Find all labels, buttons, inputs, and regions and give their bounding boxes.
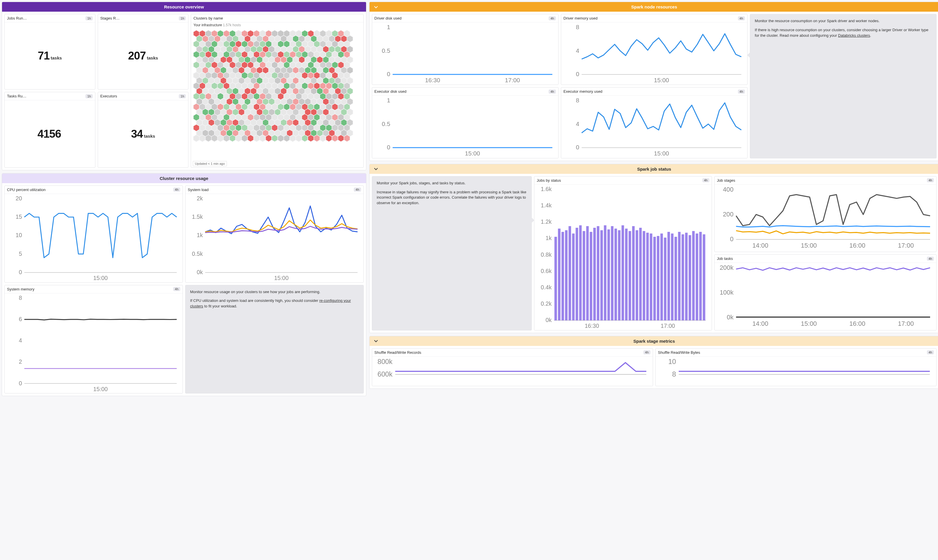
timerange-pill[interactable]: 4h xyxy=(927,178,934,182)
svg-text:0.6k: 0.6k xyxy=(541,268,552,274)
svg-rect-615 xyxy=(607,229,610,320)
timerange-pill[interactable]: 4h xyxy=(738,89,745,94)
timerange-pill[interactable]: 1h xyxy=(85,16,92,20)
timerange-pill[interactable]: 4h xyxy=(927,257,934,261)
tasks-running-tile[interactable]: Tasks Ru…1h 4156 xyxy=(5,92,95,168)
svg-text:16:00: 16:00 xyxy=(849,320,866,328)
svg-text:15:00: 15:00 xyxy=(654,77,669,83)
cpu-utilization-tile[interactable]: CPU percent utilization4h 0510152015:00 xyxy=(5,186,183,283)
svg-text:0: 0 xyxy=(18,380,22,386)
svg-text:100k: 100k xyxy=(720,289,733,296)
svg-text:1.5k: 1.5k xyxy=(192,214,203,220)
timerange-pill[interactable]: 4h xyxy=(549,16,556,20)
svg-rect-642 xyxy=(703,234,706,320)
svg-text:17:00: 17:00 xyxy=(898,242,914,249)
svg-rect-622 xyxy=(632,226,635,320)
metric-unit: tasks xyxy=(144,134,155,138)
driver-memory-tile[interactable]: Driver memory used4h 04815:00 xyxy=(561,14,747,85)
executors-tile[interactable]: Executors1h 34tasks xyxy=(98,92,189,168)
svg-marker-526 xyxy=(229,135,235,142)
svg-text:4: 4 xyxy=(18,337,22,343)
timerange-pill[interactable]: 4h xyxy=(549,89,556,94)
svg-rect-628 xyxy=(654,237,656,320)
svg-text:8: 8 xyxy=(18,295,22,301)
svg-text:2k: 2k xyxy=(197,195,203,202)
driver-disk-tile[interactable]: Driver disk used4h 00.5116:3017:00 xyxy=(372,14,558,85)
hexmap[interactable]: Updated < 1 min ago xyxy=(191,28,363,168)
jobs-running-tile[interactable]: Jobs Run…1h 71tasks xyxy=(5,14,95,89)
svg-rect-635 xyxy=(678,232,681,320)
executor-memory-tile[interactable]: Executor memory used4h 04815:00 xyxy=(561,87,747,158)
tile-title: Jobs Run… xyxy=(7,16,27,20)
svg-rect-601 xyxy=(558,228,561,320)
svg-text:15:00: 15:00 xyxy=(801,320,817,328)
svg-text:15:00: 15:00 xyxy=(801,242,817,249)
timerange-pill[interactable]: 4h xyxy=(354,188,361,192)
svg-text:0: 0 xyxy=(18,269,22,275)
shuffle-records-tile[interactable]: Shuffle Read/Write Records4h 600k800k xyxy=(372,348,653,386)
system-load-tile[interactable]: System load4h 0k0.5k1k1.5k2k15:00 xyxy=(185,186,364,283)
chevron-down-icon[interactable] xyxy=(374,5,378,9)
svg-text:15:00: 15:00 xyxy=(93,386,108,392)
job-tasks-tile[interactable]: Job tasks4h 0k100k200k14:0015:0016:0017:… xyxy=(714,254,936,331)
metric-value: 4156 xyxy=(38,128,61,140)
timerange-pill[interactable]: 4h xyxy=(173,287,180,291)
timerange-pill[interactable]: 4h xyxy=(738,16,745,20)
system-memory-tile[interactable]: System memory4h 0246815:00 xyxy=(5,285,183,394)
timerange-pill[interactable]: 4h xyxy=(173,188,180,192)
svg-text:1k: 1k xyxy=(197,232,203,238)
metric-value: 207 xyxy=(128,49,146,62)
timerange-pill[interactable]: 1h xyxy=(179,16,186,20)
svg-text:0.5: 0.5 xyxy=(382,47,390,54)
svg-rect-639 xyxy=(692,231,695,320)
hexmap-updated-label: Updated < 1 min ago xyxy=(193,161,227,166)
stages-running-tile[interactable]: Stages R…1h 207tasks xyxy=(98,14,189,89)
timerange-pill[interactable]: 4h xyxy=(702,178,709,182)
svg-rect-603 xyxy=(565,230,567,320)
job-stages-tile[interactable]: Job stages4h 020040014:0015:0016:0017:00 xyxy=(714,176,936,252)
spark-job-status-header[interactable]: Spark job status xyxy=(369,164,938,174)
metric-value: 71 xyxy=(38,49,49,62)
svg-rect-617 xyxy=(615,228,617,320)
svg-rect-626 xyxy=(646,233,649,320)
clusters-by-name-tile[interactable]: Clusters by name Your infrastructure 1.5… xyxy=(191,14,363,168)
shuffle-bytes-tile[interactable]: Shuffle Read/Write Bytes4h 810 xyxy=(655,348,936,386)
spark-node-resources-section: Spark node resources Driver disk used4h … xyxy=(369,2,938,161)
svg-text:0: 0 xyxy=(387,144,390,151)
timerange-pill[interactable]: 1h xyxy=(179,94,186,98)
svg-rect-606 xyxy=(576,228,578,320)
svg-text:17:00: 17:00 xyxy=(504,77,520,83)
svg-text:17:00: 17:00 xyxy=(898,320,914,328)
tile-title: Clusters by name xyxy=(194,16,223,20)
spark-job-status-section: Spark job status Monitor your Spark jobs… xyxy=(369,164,938,333)
spark-node-resources-header[interactable]: Spark node resources xyxy=(369,2,938,12)
executor-disk-tile[interactable]: Executor disk used4h 00.5115:00 xyxy=(372,87,558,158)
tile-title: Executors xyxy=(100,94,117,98)
tile-title: Shuffle Read/Write Bytes xyxy=(658,350,700,355)
spark-stage-metrics-header[interactable]: Spark stage metrics xyxy=(369,336,938,346)
svg-marker-542 xyxy=(326,135,332,142)
svg-rect-638 xyxy=(689,235,691,320)
cluster-resource-usage-header[interactable]: Cluster resource usage xyxy=(2,174,366,183)
chevron-down-icon[interactable] xyxy=(374,338,378,343)
databricks-clusters-link[interactable]: Databricks clusters xyxy=(838,33,870,38)
svg-marker-537 xyxy=(296,135,301,142)
svg-rect-618 xyxy=(618,230,621,320)
jobs-by-status-tile[interactable]: Jobs by status4h 0k0.2k0.4k0.6k0.8k1k1.2… xyxy=(534,176,712,331)
svg-text:15:00: 15:00 xyxy=(465,150,480,157)
svg-text:400: 400 xyxy=(723,186,733,193)
svg-rect-636 xyxy=(682,234,684,320)
chevron-down-icon[interactable] xyxy=(374,166,378,171)
timerange-pill[interactable]: 4h xyxy=(643,350,650,354)
cluster-usage-note: Monitor resource usage on your clusters … xyxy=(185,285,364,394)
svg-rect-634 xyxy=(675,237,677,320)
svg-text:600k: 600k xyxy=(377,371,392,378)
resource-overview-header[interactable]: Resource overview xyxy=(2,2,366,12)
svg-rect-632 xyxy=(667,232,670,320)
timerange-pill[interactable]: 1h xyxy=(85,94,92,98)
svg-text:5: 5 xyxy=(18,251,22,257)
svg-text:14:00: 14:00 xyxy=(752,242,768,249)
tile-title: Driver memory used xyxy=(563,16,598,20)
spark-node-note: Monitor the resource consumption on your… xyxy=(750,14,936,158)
timerange-pill[interactable]: 4h xyxy=(927,350,934,354)
